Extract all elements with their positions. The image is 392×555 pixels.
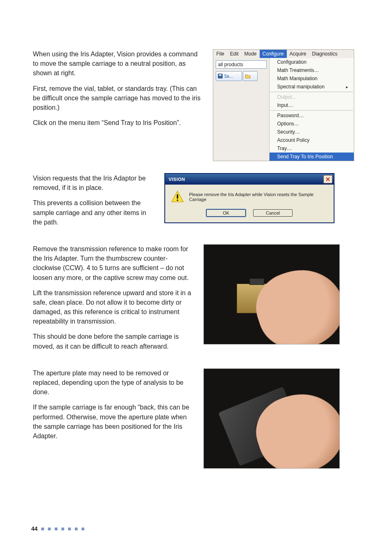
remove-iris-dialog: VISION Please remove the Iris Adapter wh… (165, 173, 334, 223)
toolbar-open-button[interactable] (243, 71, 258, 81)
warning-icon (171, 190, 184, 204)
menu-item-tray[interactable]: Tray… (270, 144, 354, 153)
dialog-titlebar: VISION (165, 174, 334, 185)
section1-p2: First, remove the vial, tablet, or stand… (33, 84, 203, 113)
aperture-plate-photo (203, 368, 340, 469)
section2-text: Vision requests that the Iris Adaptor be… (33, 173, 155, 233)
menu-item-send-tray-to-iris[interactable]: Send Tray To Iris Position (270, 153, 354, 161)
menu-item-password[interactable]: Password… (270, 111, 354, 120)
menu-item-security[interactable]: Security… (270, 128, 354, 136)
dialog-close-button[interactable] (323, 175, 332, 183)
close-icon (326, 177, 330, 181)
dialog-title: VISION (168, 177, 185, 182)
toolbar-save-label: Sa… (224, 74, 233, 79)
section2-p1: Vision requests that the Iris Adaptor be… (33, 173, 155, 192)
menu-item-output: Output… (270, 93, 354, 101)
section3-p3: This should be done before the sample ca… (33, 332, 194, 351)
section1-text: When using the Iris Adapter, Vision prov… (33, 49, 203, 133)
product-combobox[interactable]: all products (216, 60, 267, 69)
toolbar-save-button[interactable]: Sa… (216, 71, 242, 81)
svg-rect-1 (219, 74, 221, 76)
transmission-reference-photo (203, 244, 340, 345)
section3-p1: Remove the transmission reference to mak… (33, 244, 194, 282)
page-number: 44 (31, 525, 38, 532)
menu-item-math-treatments[interactable]: Math Treatments… (270, 66, 354, 74)
section1-p3: Click on the menu item “Send Tray to Iri… (33, 118, 203, 127)
section3-p2: Lift the transmission reference upward a… (33, 288, 194, 326)
menu-item-input[interactable]: Input… (270, 101, 354, 109)
menu-item-spectral-manipulation[interactable]: Spectral manipulation (270, 83, 354, 91)
section2-p2: This prevents a collision between the sa… (33, 198, 155, 227)
menu-acquire[interactable]: Acquire (287, 50, 309, 58)
menu-edit[interactable]: Edit (227, 50, 242, 58)
menu-item-account-policy[interactable]: Account Policy (270, 136, 354, 144)
section4-p2: If the sample carriage is far enough “ba… (33, 402, 194, 441)
dialog-message: Please remove the Iris Adapter while Vis… (189, 190, 328, 202)
dialog-ok-button[interactable]: OK (206, 209, 246, 217)
menu-item-options[interactable]: Options… (270, 120, 354, 128)
folder-open-icon (245, 74, 251, 79)
menu-file[interactable]: File (213, 50, 227, 58)
svg-point-3 (177, 199, 178, 201)
svg-rect-2 (177, 194, 178, 199)
configure-menu-screenshot: File Edit Mode Configure Acquire Diagnos… (213, 49, 354, 161)
save-icon (218, 74, 223, 79)
menu-item-math-manipulation[interactable]: Math Manipulation (270, 74, 354, 83)
menu-diagnostics[interactable]: Diagnostics (309, 50, 340, 58)
section3-text: Remove the transmission reference to mak… (33, 244, 194, 357)
menu-separator (270, 92, 353, 92)
menu-mode[interactable]: Mode (241, 50, 259, 58)
page-footer: 44 ■ ■ ■ ■ ■ ■ ■ (31, 525, 85, 532)
menu-configure[interactable]: Configure (260, 50, 287, 58)
section4-p1: The aperture plate may need to be remove… (33, 368, 194, 397)
section1-p1: When using the Iris Adapter, Vision prov… (33, 49, 203, 78)
dialog-cancel-button[interactable]: Cancel (253, 209, 293, 217)
configure-dropdown: Configuration Math Treatments… Math Mani… (269, 58, 354, 161)
section4-text: The aperture plate may need to be remove… (33, 368, 194, 446)
menu-item-configuration[interactable]: Configuration (270, 58, 354, 66)
footer-decorative-dots: ■ ■ ■ ■ ■ ■ ■ (41, 525, 85, 532)
menu-bar: File Edit Mode Configure Acquire Diagnos… (213, 49, 354, 58)
menu-separator (270, 110, 353, 111)
